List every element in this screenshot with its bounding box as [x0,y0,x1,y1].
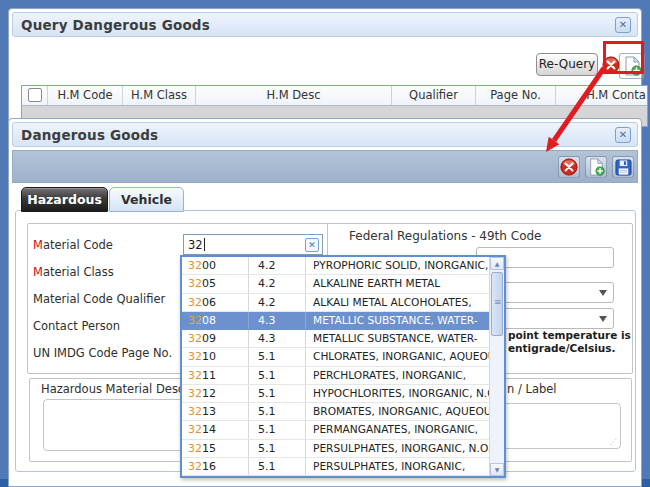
tab-vehicle[interactable]: Vehicle [109,187,184,212]
dropdown-class-cell: 4.2 [249,275,306,292]
scroll-down-icon[interactable] [490,463,504,476]
dropdown-class-cell: 5.1 [249,403,306,420]
dropdown-row[interactable]: 32054.2ALKALINE EARTH METAL [182,275,489,293]
chevron-down-icon [599,290,607,296]
new-document-glyph [623,56,642,76]
query-dialog-titlebar[interactable]: Query Dangerous Goods [12,12,638,37]
dropdown-desc-cell: METALLIC SUBSTANCE, WATER- [306,330,489,347]
new-record-icon[interactable] [585,156,607,178]
query-dangerous-goods-dialog: Query Dangerous Goods Re-Query H.M Code [8,8,642,122]
material-class-label: Material Class [33,265,114,279]
chevron-down-icon [599,316,607,322]
dropdown-row[interactable]: 32105.1CHLORATES, INORGANIC, AQUEOU [182,348,489,366]
delete-icon[interactable] [558,156,580,178]
save-icon[interactable] [612,156,634,178]
dropdown-code-cell: 3209 [182,330,249,347]
new-document-glyph [588,158,605,176]
scroll-up-icon[interactable] [490,257,504,270]
dropdown-list: 32004.2PYROPHORIC SOLID, INORGANIC,32054… [182,257,489,476]
column-header[interactable]: H.M Class [123,86,196,105]
column-header[interactable]: H.M Conta [556,86,648,105]
query-dialog-title: Query Dangerous Goods [21,17,210,33]
temperature-note-line1: point temperature is [508,329,638,342]
dropdown-code-cell: 3208 [182,312,249,329]
dropdown-class-cell: 5.1 [249,385,306,402]
dropdown-scrollbar[interactable] [489,257,504,476]
dropdown-desc-cell: PERCHLORATES, INORGANIC, [306,367,489,384]
dropdown-row[interactable]: 32155.1PERSULPHATES, INORGANIC, N.O. [182,440,489,458]
dropdown-code-cell: 3214 [182,421,249,438]
close-icon[interactable] [615,127,631,143]
dropdown-desc-cell: PYROPHORIC SOLID, INORGANIC, [306,257,489,274]
text-caret [204,238,205,251]
resize-grip-icon[interactable] [610,438,618,446]
dropdown-desc-cell: CHLORATES, INORGANIC, AQUEOU [306,348,489,365]
material-code-dropdown: 32004.2PYROPHORIC SOLID, INORGANIC,32054… [180,255,506,478]
dropdown-class-cell: 5.1 [249,440,306,457]
dropdown-code-cell: 3211 [182,367,249,384]
select-all-cell [22,86,48,105]
application-window: Query Dangerous Goods Re-Query H.M Code [0,0,650,487]
save-floppy-glyph [615,159,632,176]
dropdown-class-cell: 5.1 [249,421,306,438]
dropdown-code-cell: 3210 [182,348,249,365]
column-header[interactable]: H.M Code [48,86,123,105]
dropdown-code-cell: 3206 [182,294,249,311]
dropdown-class-cell: 5.1 [249,367,306,384]
dropdown-code-cell: 3213 [182,403,249,420]
goods-dialog-toolbar [12,150,638,183]
scrollbar-thumb[interactable] [491,272,503,336]
dropdown-class-cell: 5.1 [249,348,306,365]
dropdown-row[interactable]: 32135.1BROMATES, INORGANIC, AQUEOUS [182,403,489,421]
federal-regulations-title: Federal Regulations - 49th Code [349,229,541,243]
close-icon[interactable] [615,17,631,33]
requery-button[interactable]: Re-Query [536,53,598,76]
dropdown-desc-cell: BROMATES, INORGANIC, AQUEOUS [306,403,489,420]
delete-icon-glyph [602,56,620,74]
dropdown-row[interactable]: 32115.1PERCHLORATES, INORGANIC, [182,367,489,385]
dropdown-desc-cell: PERMANGANATES, INORGANIC, [306,421,489,438]
dropdown-code-cell: 3216 [182,458,249,475]
select-all-checkbox[interactable] [28,88,42,102]
delete-icon-glyph [560,158,578,176]
dropdown-code-cell: 3215 [182,440,249,457]
dropdown-desc-cell: ALKALI METAL ALCOHOLATES, [306,294,489,311]
dropdown-desc-cell: METALLIC SUBSTANCE, WATER- [306,312,489,329]
dropdown-code-cell: 3200 [182,257,249,274]
material-code-label: Material Code [33,238,113,252]
goods-dialog-title: Dangerous Goods [21,127,158,143]
dropdown-code-cell: 3205 [182,275,249,292]
dropdown-row[interactable]: 32125.1HYPOCHLORITES, INORGANIC, N.O [182,385,489,403]
dropdown-class-cell: 4.2 [249,294,306,311]
results-table-header: H.M Code H.M Class H.M Desc Qualifier Pa… [22,86,647,106]
clear-input-icon[interactable] [305,238,319,252]
temperature-note: point temperature is entigrade/Celsius. [508,329,638,355]
goods-dialog-titlebar[interactable]: Dangerous Goods [12,122,638,147]
dropdown-row[interactable]: 32064.2ALKALI METAL ALCOHOLATES, [182,294,489,312]
un-imdg-code-page-label: UN IMDG Code Page No. [33,346,172,360]
temperature-note-line2: entigrade/Celsius. [508,342,638,355]
column-header[interactable]: H.M Desc [196,86,392,105]
dropdown-code-cell: 3212 [182,385,249,402]
tab-hazardous[interactable]: Hazardous [21,187,108,212]
dropdown-class-cell: 4.3 [249,330,306,347]
dropdown-class-cell: 4.3 [249,312,306,329]
dropdown-class-cell: 4.2 [249,257,306,274]
dropdown-row[interactable]: 32145.1PERMANGANATES, INORGANIC, [182,421,489,439]
material-code-input[interactable]: 32 [183,234,323,255]
column-header[interactable]: Page No. [476,86,556,105]
dropdown-desc-cell: HYPOCHLORITES, INORGANIC, N.O [306,385,489,402]
dropdown-row[interactable]: 32094.3METALLIC SUBSTANCE, WATER- [182,330,489,348]
dropdown-desc-cell: PERSULPHATES, INORGANIC, N.O. [306,440,489,457]
material-code-qualifier-label: Material Code Qualifier [33,292,165,306]
label-section-label: n / Label [507,382,557,396]
material-code-value: 32 [188,238,203,252]
dropdown-row[interactable]: 32165.1PERSULPHATES, INORGANIC, [182,458,489,476]
dropdown-row[interactable]: 32004.2PYROPHORIC SOLID, INORGANIC, [182,257,489,275]
new-record-icon[interactable] [619,53,645,79]
dropdown-desc-cell: PERSULPHATES, INORGANIC, [306,458,489,475]
dropdown-row[interactable]: 32084.3METALLIC SUBSTANCE, WATER- [182,312,489,330]
column-header[interactable]: Qualifier [392,86,476,105]
dropdown-class-cell: 5.1 [249,458,306,475]
dropdown-desc-cell: ALKALINE EARTH METAL [306,275,489,292]
